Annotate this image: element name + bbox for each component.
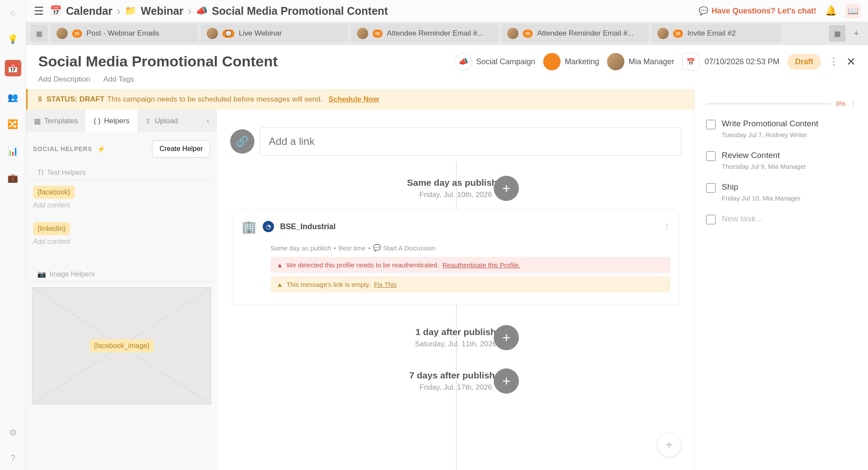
helper-linkedin[interactable]: {linkedin} — [33, 222, 70, 235]
calendar-icon[interactable]: 📅 — [5, 60, 21, 76]
company-icon: 🏢 — [241, 219, 257, 234]
timeline: 🔗 Same day as publish ▾ Friday, Jul. 10t… — [217, 110, 694, 470]
tab-upload[interactable]: ⇧ Upload — [137, 110, 186, 132]
left-nav-rail: ⌂ 💡 📅 👥 🔀 📊 💼 ⚙ ? — [0, 0, 26, 470]
help-icon[interactable]: ? — [7, 452, 19, 464]
date-chip[interactable]: 📅 07/10/2026 02:53 PM — [682, 53, 779, 70]
comment-icon: 💬 — [373, 244, 381, 252]
analytics-icon[interactable]: 📊 — [7, 145, 19, 157]
mail-pill-icon: ✉ — [523, 30, 533, 38]
create-helper-button[interactable]: Create Helper — [152, 140, 210, 158]
link-input[interactable] — [260, 127, 681, 156]
breadcrumb: 📅 Calendar › 📁 Webinar › 📣 Social Media … — [50, 5, 388, 17]
add-message-button[interactable]: + — [494, 325, 519, 350]
chat-icon: 💬 — [699, 6, 708, 16]
progress-percent: 0% — [836, 100, 845, 107]
avatar — [357, 28, 368, 39]
panel-heading: SOCIAL HELPERS — [33, 145, 92, 152]
page-title: Social Media Promotional Content — [38, 53, 278, 70]
helper-facebook-image: {facebook_image} — [89, 339, 154, 352]
image-helpers-section: 📷 Image Helpers — [30, 266, 213, 282]
header-kebab-icon[interactable]: ⋮ — [829, 56, 838, 67]
status-banner: ⏸ STATUS: DRAFT This campaign needs to b… — [26, 89, 694, 110]
task-title[interactable]: Write Promotional Content — [722, 119, 818, 128]
avatar — [657, 28, 669, 39]
warning-icon: ▲ — [277, 261, 283, 269]
text-icon: Tt — [37, 169, 43, 177]
fix-this-link[interactable]: Fix This — [374, 281, 396, 288]
linkedin-badge-icon: ◔ — [263, 221, 274, 232]
tasks-panel: 0% ⋮ Write Promotional Content Tuesday J… — [694, 89, 868, 470]
reauthenticate-link[interactable]: Reauthenticate this Profile. — [442, 261, 520, 269]
task-checkbox[interactable] — [706, 183, 716, 193]
schedule-now-link[interactable]: Schedule Now — [329, 95, 379, 104]
close-icon[interactable]: ✕ — [846, 55, 856, 69]
tab-templates[interactable]: ▦ Templates — [26, 110, 86, 132]
task-item: Ship Friday Jul 10, Mia Manager — [706, 182, 857, 202]
add-description-link[interactable]: Add Description — [38, 75, 90, 84]
timeline-node: 7 days after publish ▾ Friday, Jul. 17th… — [230, 370, 681, 392]
megaphone-icon: 📣 — [196, 5, 208, 16]
tasks-kebab-icon[interactable]: ⋮ — [850, 99, 857, 108]
task-checkbox[interactable] — [706, 151, 716, 161]
empty-link-alert: ▲ This message's link is empty. Fix This — [271, 276, 670, 293]
tab-live-webinar[interactable]: 💬 Live Webinar — [201, 24, 348, 43]
image-placeholder[interactable]: {facebook_image} — [32, 287, 211, 404]
people-icon[interactable]: 👥 — [7, 91, 19, 103]
team-chip[interactable]: Marketing — [543, 53, 599, 70]
status-badge[interactable]: Draft — [787, 54, 821, 70]
task-title[interactable]: Review Content — [722, 151, 806, 160]
breadcrumb-folder[interactable]: Webinar — [141, 5, 183, 17]
add-content-hint[interactable]: Add content — [26, 200, 217, 217]
add-tags-link[interactable]: Add Tags — [103, 75, 134, 84]
notifications-icon[interactable]: 🔔 — [825, 5, 837, 16]
avatar — [207, 28, 218, 39]
helper-facebook[interactable]: {facebook} — [33, 186, 75, 199]
card-kebab-icon[interactable]: ⋮ — [663, 223, 670, 231]
tab-helpers[interactable]: { } Helpers — [86, 110, 137, 132]
floating-add-button[interactable]: + — [657, 433, 681, 457]
chat-link[interactable]: 💬 Have Questions? Let's chat! — [699, 6, 816, 16]
menu-icon[interactable]: ☰ — [34, 4, 44, 18]
reauth-alert: ▲ We detected this profile needs to be r… — [271, 257, 670, 273]
collapse-panel-icon[interactable]: ‹ — [199, 110, 217, 132]
folder-icon: 📁 — [125, 5, 136, 16]
add-message-button[interactable]: + — [494, 368, 519, 394]
profile-name[interactable]: BSE_Industrial — [280, 222, 336, 231]
chat-pill-icon: 💬 — [222, 30, 234, 38]
text-helpers-section: Tt Text Helpers — [30, 165, 213, 181]
tab-invite-email-2[interactable]: ✉ Invite Email #2 — [651, 24, 782, 43]
tab-attendee-reminder-1[interactable]: ✉ Attendee Reminder Email #... — [351, 24, 498, 43]
owner-chip[interactable]: Mia Manager — [607, 53, 674, 70]
add-message-button[interactable]: + — [494, 176, 519, 201]
idea-icon[interactable]: 💡 — [7, 33, 19, 45]
breadcrumb-root[interactable]: Calendar — [66, 5, 112, 17]
workspace-tabs: ▦ ✉ Post - Webinar Emails 💬 Live Webinar… — [26, 22, 868, 45]
tab-post-webinar-emails[interactable]: ✉ Post - Webinar Emails — [50, 24, 198, 43]
calendar-tab-icon[interactable]: ▦ — [30, 25, 48, 42]
task-item: Write Promotional Content Tuesday Jul 7,… — [706, 119, 857, 138]
avatar — [607, 53, 624, 70]
tab-attendee-reminder-2[interactable]: ✉ Attendee Reminder Email #... — [501, 24, 649, 43]
start-discussion-link[interactable]: 💬 Start A Discussion — [373, 244, 436, 252]
campaign-chip[interactable]: 📣 Social Campaign — [455, 53, 535, 70]
warning-icon: ▲ — [277, 281, 283, 288]
shuffle-icon[interactable]: 🔀 — [7, 118, 19, 130]
timeline-connector — [456, 162, 457, 470]
grid-icon: ▦ — [34, 117, 41, 126]
pause-icon: ⏸ — [36, 95, 44, 104]
add-content-hint[interactable]: Add content — [26, 237, 217, 253]
task-title[interactable]: Ship — [722, 182, 801, 192]
megaphone-circle-icon: 📣 — [455, 53, 472, 70]
guide-icon[interactable]: 📖 — [845, 3, 860, 18]
add-tab-button[interactable]: + — [849, 26, 864, 41]
progress-bar — [706, 103, 832, 105]
task-checkbox[interactable] — [706, 120, 716, 129]
calendar-small-icon: 📅 — [50, 5, 62, 16]
briefcase-icon[interactable]: 💼 — [7, 172, 19, 184]
task-checkbox[interactable] — [706, 215, 716, 224]
grid-view-icon[interactable]: ▦ — [829, 25, 845, 42]
home-icon[interactable]: ⌂ — [7, 6, 19, 18]
new-task-row[interactable]: New task... — [706, 214, 857, 224]
settings-icon[interactable]: ⚙ — [7, 427, 19, 439]
